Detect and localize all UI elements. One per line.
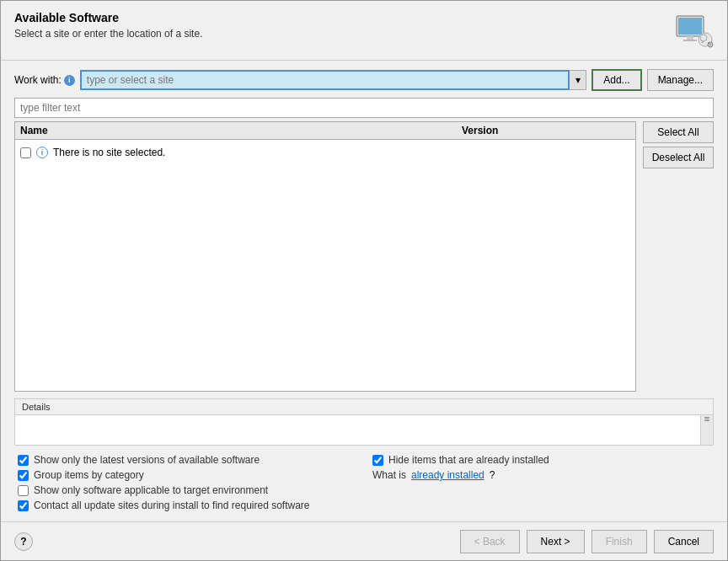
page-title: Available Software bbox=[14, 11, 202, 24]
back-button[interactable]: < Back bbox=[460, 530, 520, 553]
table-body: i There is no site selected. bbox=[15, 140, 635, 391]
deselect-all-button[interactable]: Deselect All bbox=[643, 147, 714, 168]
monitor-icon bbox=[673, 11, 714, 51]
hide-installed-label: Hide items that are already installed bbox=[388, 454, 549, 466]
option-what-installed: What is already installed ? bbox=[372, 467, 710, 483]
options-right: Hide items that are already installed Wh… bbox=[372, 452, 710, 513]
option-contact-update: Contact all update sites during install … bbox=[18, 498, 356, 513]
option-show-latest: Show only the latest versions of availab… bbox=[18, 452, 356, 467]
software-panel: Name Version i There is no site selected… bbox=[14, 121, 714, 392]
work-with-row: Work with: i ▾ Add... Manage... bbox=[14, 69, 714, 91]
options-left: Show only the latest versions of availab… bbox=[18, 452, 356, 513]
option-group-category: Group items by category bbox=[18, 467, 356, 483]
no-site-info-icon: i bbox=[36, 147, 48, 158]
scrollbar[interactable] bbox=[700, 415, 713, 445]
scrollbar-down bbox=[704, 419, 709, 421]
group-category-checkbox[interactable] bbox=[18, 470, 29, 481]
filter-input[interactable] bbox=[14, 98, 714, 118]
filter-row bbox=[14, 98, 714, 118]
work-with-label: Work with: i bbox=[14, 74, 75, 86]
site-combo-wrapper: ▾ bbox=[80, 70, 586, 90]
header: Available Software Select a site or ente… bbox=[1, 1, 727, 61]
footer-left: ? bbox=[14, 532, 33, 551]
show-applicable-label: Show only software applicable to target … bbox=[34, 484, 268, 496]
col-name-header: Name bbox=[20, 125, 462, 136]
dialog: Available Software Select a site or ente… bbox=[0, 0, 728, 561]
no-site-checkbox[interactable] bbox=[20, 147, 31, 158]
scrollbar-up bbox=[704, 417, 709, 419]
already-installed-link[interactable]: already installed bbox=[411, 469, 484, 481]
software-table: Name Version i There is no site selected… bbox=[14, 121, 636, 392]
show-latest-checkbox[interactable] bbox=[18, 455, 29, 466]
content-area: Work with: i ▾ Add... Manage... Name Ver… bbox=[1, 61, 727, 521]
svg-rect-2 bbox=[687, 36, 693, 40]
manage-button[interactable]: Manage... bbox=[647, 69, 714, 91]
details-body bbox=[15, 414, 713, 445]
what-installed-suffix: ? bbox=[490, 469, 495, 481]
no-site-message: There is no site selected. bbox=[53, 147, 165, 158]
next-button[interactable]: Next > bbox=[527, 530, 585, 553]
group-category-label: Group items by category bbox=[34, 469, 144, 481]
page-subtitle: Select a site or enter the location of a… bbox=[14, 28, 202, 40]
hide-installed-checkbox[interactable] bbox=[372, 455, 383, 466]
option-show-applicable: Show only software applicable to target … bbox=[18, 483, 356, 498]
options-section: Show only the latest versions of availab… bbox=[14, 452, 714, 513]
contact-update-checkbox[interactable] bbox=[18, 500, 29, 511]
side-buttons: Select All Deselect All bbox=[643, 121, 714, 392]
svg-rect-3 bbox=[683, 40, 697, 41]
details-label: Details bbox=[15, 399, 713, 414]
table-header: Name Version bbox=[15, 122, 635, 140]
option-hide-installed: Hide items that are already installed bbox=[372, 452, 710, 467]
work-with-info-icon[interactable]: i bbox=[64, 75, 75, 86]
header-icon bbox=[673, 11, 714, 51]
footer: ? < Back Next > Finish Cancel bbox=[1, 521, 727, 560]
footer-right: < Back Next > Finish Cancel bbox=[460, 530, 714, 553]
details-section: Details bbox=[14, 398, 714, 446]
svg-rect-1 bbox=[678, 18, 702, 35]
cancel-button[interactable]: Cancel bbox=[654, 530, 714, 553]
contact-update-label: Contact all update sites during install … bbox=[34, 500, 310, 511]
table-row: i There is no site selected. bbox=[19, 143, 632, 162]
site-dropdown-arrow[interactable]: ▾ bbox=[570, 70, 586, 90]
col-version-header: Version bbox=[462, 125, 630, 136]
select-all-button[interactable]: Select All bbox=[643, 121, 714, 143]
help-button[interactable]: ? bbox=[14, 532, 33, 551]
site-input[interactable] bbox=[80, 70, 570, 90]
add-button[interactable]: Add... bbox=[592, 69, 641, 91]
show-applicable-checkbox[interactable] bbox=[18, 485, 29, 496]
header-text: Available Software Select a site or ente… bbox=[14, 11, 202, 40]
show-latest-label: Show only the latest versions of availab… bbox=[34, 454, 260, 466]
finish-button[interactable]: Finish bbox=[592, 530, 647, 553]
what-installed-prefix: What is bbox=[372, 469, 406, 481]
